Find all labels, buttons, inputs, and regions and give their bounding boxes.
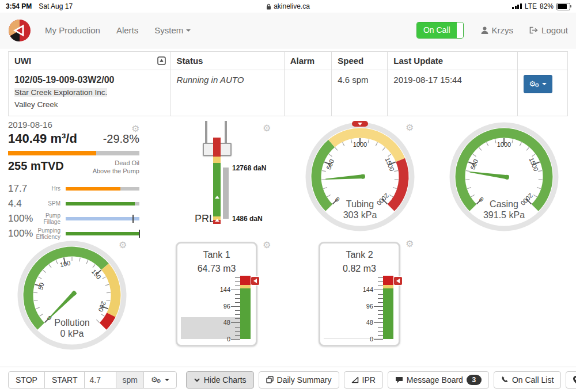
navbar: My Production Alerts System On Call Krzy… — [0, 13, 576, 48]
map-pin-icon — [573, 376, 576, 383]
map-button[interactable]: Map — [566, 371, 576, 389]
prl-load-range-bar — [223, 168, 229, 219]
column-header-uwi[interactable]: UWI — [9, 52, 171, 70]
tank2-settings-gear-icon[interactable]: ⚙ — [406, 239, 414, 249]
tank-tick — [235, 314, 240, 315]
prl-position-marker — [215, 196, 219, 199]
pollution-settings-gear-icon[interactable]: ⚙ — [119, 241, 127, 250]
tank1-widget: Tank 1 64.73 m3 04896144 — [176, 242, 257, 347]
on-call-toggle[interactable]: On Call — [416, 22, 464, 39]
logout-label: Logout — [541, 25, 568, 35]
tubing-gauge: 0500100015002000Tubing303 kPa — [302, 119, 418, 234]
stop-button[interactable]: STOP — [8, 371, 45, 389]
prl-settings-gear-icon[interactable]: ⚙ — [263, 124, 271, 133]
tank-tick — [378, 331, 383, 332]
fluid-level-note: Dead Oil Above the Pump — [93, 159, 139, 176]
fluid-note-line2: Above the Pump — [93, 168, 139, 174]
column-header-status[interactable]: Status — [170, 52, 284, 70]
fluid-level: 255 mTVD — [8, 159, 64, 173]
on-call-list-label: On Call List — [512, 375, 554, 385]
tank-tick — [374, 322, 383, 323]
tank-tick-label: 48 — [356, 319, 373, 326]
fluid-note-line1: Dead Oil — [115, 159, 139, 166]
production-metrics: 17.7Hrs4.4SPM100%Pump Fillage100%Pumping… — [8, 181, 139, 241]
metric-label: Hrs — [35, 185, 66, 192]
pump-settings-button[interactable]: ⚙⚙ — [143, 371, 177, 389]
column-header-last-update[interactable]: Last Update — [388, 52, 517, 70]
tank-tick — [235, 298, 240, 299]
tank-tick-label: 144 — [356, 286, 373, 293]
tank-alarm-marker — [394, 277, 402, 285]
svg-text:0 kPa: 0 kPa — [60, 329, 84, 338]
tank-tick — [235, 335, 240, 336]
tank-zone — [240, 276, 251, 285]
nav-item-system-label: System — [154, 25, 183, 35]
well-speed: 4.6 spm — [332, 70, 388, 116]
ipr-curve-icon — [351, 376, 359, 383]
ios-status-bar: 3:54 PM Sat Aug 17 akinelive.ca LTE 82% — [0, 0, 576, 13]
nav-item-system[interactable]: System — [154, 25, 191, 35]
table-header-row: UWI Status Alarm Speed Last Update — [9, 52, 568, 70]
prl-position-marker — [215, 219, 219, 222]
production-panel-settings-gear-icon[interactable]: ⚙ — [131, 124, 139, 134]
metric-value: 100% — [8, 213, 35, 224]
on-call-list-button[interactable]: On Call List — [494, 371, 561, 389]
nav-item-alerts[interactable]: Alerts — [116, 25, 138, 35]
main-content: UWI Status Alarm Speed Last Update 102/0… — [0, 48, 576, 367]
column-header-alarm[interactable]: Alarm — [284, 52, 332, 70]
tank-tick-label: 0 — [356, 336, 373, 342]
tank-tick — [231, 339, 240, 340]
daily-summary-button[interactable]: Daily Summary — [259, 371, 339, 389]
tank-tick-label: 0 — [213, 336, 230, 342]
tank1-volume: 64.73 m3 — [177, 262, 256, 276]
app-screen: 3:54 PM Sat Aug 17 akinelive.ca LTE 82% … — [0, 0, 576, 392]
tank-tick — [374, 290, 383, 290]
metric-bar — [66, 187, 139, 191]
hide-charts-button[interactable]: Hide Charts — [186, 371, 254, 389]
casing-gauge: 0500100015002000Casing391.5 kPa — [446, 119, 562, 234]
ipr-button[interactable]: IPR — [344, 371, 383, 389]
message-board-label: Message Board — [407, 375, 463, 385]
tank-tick — [378, 281, 383, 282]
speed-input[interactable] — [84, 371, 116, 389]
metric-value: 4.4 — [8, 198, 35, 210]
well-uwi[interactable]: 102/05-19-009-03W2/00 — [14, 75, 165, 85]
on-call-toggle-label: On Call — [417, 22, 457, 38]
column-header-speed[interactable]: Speed — [332, 52, 388, 70]
tank-tick — [231, 306, 240, 307]
start-button[interactable]: START — [44, 371, 85, 389]
nav-item-my-production[interactable]: My Production — [45, 25, 100, 35]
well-field: Valley Creek — [14, 99, 165, 111]
speed-unit-label: spm — [116, 371, 143, 389]
tubing-settings-gear-icon[interactable]: ⚙ — [406, 123, 414, 132]
metric-label: Pump Fillage — [35, 212, 66, 225]
tank-tick — [378, 302, 383, 303]
url-domain: akinelive.ca — [274, 2, 310, 10]
caret-down-icon — [542, 83, 547, 85]
metric-row: 17.7Hrs — [8, 181, 139, 196]
well-actions-button[interactable]: ⚙⚙ — [524, 75, 553, 93]
svg-text:1500: 1500 — [528, 157, 540, 172]
tank1-title: Tank 1 — [177, 248, 256, 262]
prl-widget: 12768 daN 1486 daN PRL — [173, 121, 288, 233]
user-menu[interactable]: Krzys — [481, 25, 514, 35]
tank-tick-label: 96 — [213, 303, 230, 310]
logout-button[interactable]: Logout — [529, 25, 568, 35]
tank1-settings-gear-icon[interactable]: ⚙ — [263, 241, 271, 250]
well-row[interactable]: 102/05-19-009-03W2/00 Star Creek Explora… — [9, 70, 568, 116]
production-panel: 2019-08-16 140.49 m³/d -29.8% 255 mTVD D… — [8, 120, 139, 241]
well-table: UWI Status Alarm Speed Last Update 102/0… — [8, 51, 568, 116]
message-board-button[interactable]: Message Board 3 — [388, 371, 489, 389]
metric-value: 17.7 — [8, 183, 35, 195]
svg-text:303 kPa: 303 kPa — [343, 210, 377, 220]
signal-icon — [512, 3, 522, 9]
metric-bar — [66, 232, 139, 235]
svg-text:150: 150 — [90, 268, 103, 280]
brand-logo-icon[interactable] — [8, 19, 31, 42]
tank2-title: Tank 2 — [320, 248, 399, 262]
tank-zone — [383, 276, 393, 285]
sort-icon[interactable] — [157, 56, 166, 65]
tank-zone — [383, 288, 393, 339]
tank-tick — [378, 294, 383, 295]
svg-text:1500: 1500 — [384, 157, 396, 172]
